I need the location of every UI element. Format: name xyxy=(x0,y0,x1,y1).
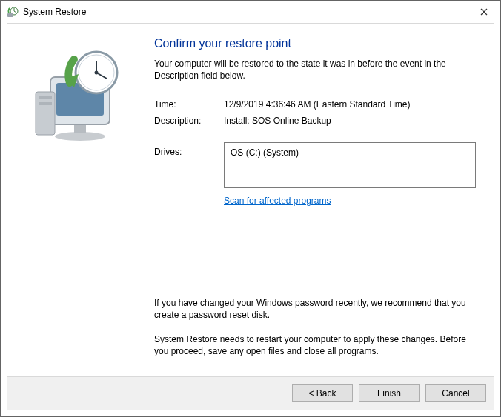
restart-note: System Restore needs to restart your com… xyxy=(154,333,476,357)
scan-affected-programs-link[interactable]: Scan for affected programs xyxy=(224,196,331,206)
svg-rect-1 xyxy=(7,13,13,17)
close-button[interactable] xyxy=(469,1,499,22)
time-row: Time: 12/9/2019 4:36:46 AM (Eastern Stan… xyxy=(154,99,476,110)
drives-item: OS (C:) (System) xyxy=(231,147,299,158)
close-icon xyxy=(480,8,488,16)
password-note: If you have changed your Windows passwor… xyxy=(154,297,476,321)
svg-rect-8 xyxy=(39,102,52,105)
bottom-notes: If you have changed your Windows passwor… xyxy=(154,297,476,369)
content-area: Confirm your restore point Your computer… xyxy=(7,24,494,376)
drives-listbox[interactable]: OS (C:) (System) xyxy=(224,142,476,188)
svg-point-13 xyxy=(95,71,99,75)
time-label: Time: xyxy=(154,99,224,110)
cancel-button[interactable]: Cancel xyxy=(425,384,486,402)
finish-button[interactable]: Finish xyxy=(359,384,420,402)
back-button[interactable]: < Back xyxy=(292,384,353,402)
time-value: 12/9/2019 4:36:46 AM (Eastern Standard T… xyxy=(224,99,476,110)
page-subtext: Your computer will be restored to the st… xyxy=(154,58,476,81)
window-title: System Restore xyxy=(23,7,86,17)
page-heading: Confirm your restore point xyxy=(154,37,476,50)
description-label: Description: xyxy=(154,116,224,126)
wizard-body: Confirm your restore point Your computer… xyxy=(7,23,494,410)
drives-label: Drives: xyxy=(154,142,224,188)
wizard-button-bar: < Back Finish Cancel xyxy=(7,376,494,410)
titlebar: System Restore xyxy=(1,1,500,23)
wizard-graphic-pane xyxy=(7,24,148,376)
wizard-content-pane: Confirm your restore point Your computer… xyxy=(148,24,494,376)
system-restore-graphic-icon xyxy=(22,41,133,153)
system-restore-icon xyxy=(7,6,19,18)
description-row: Description: Install: SOS Online Backup xyxy=(154,116,476,126)
description-value: Install: SOS Online Backup xyxy=(224,116,476,126)
drives-row: Drives: OS (C:) (System) xyxy=(154,142,476,188)
svg-rect-7 xyxy=(39,96,52,99)
system-restore-window: System Restore xyxy=(0,0,501,417)
scan-link-row: Scan for affected programs xyxy=(154,196,476,206)
